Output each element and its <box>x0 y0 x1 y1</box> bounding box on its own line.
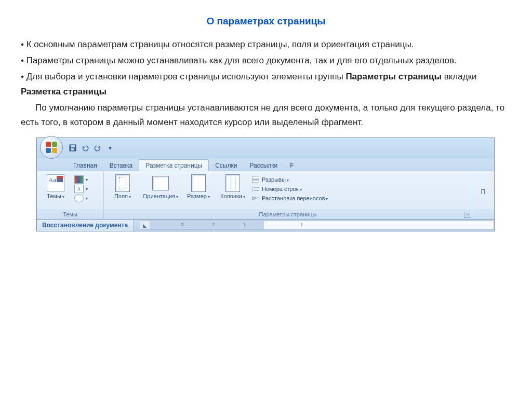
theme-fonts-button[interactable]: A▾ <box>74 185 88 193</box>
margins-button[interactable]: Поля <box>107 174 138 199</box>
theme-colors-button[interactable]: ▾ <box>74 175 88 184</box>
body-text: • К основным параметрам страницы относят… <box>21 37 511 130</box>
group-themes: Aa Темы ▾ A▾ ▾ Темы <box>37 171 104 219</box>
svg-rect-1 <box>71 145 75 147</box>
bullet-1: • К основным параметрам страницы относят… <box>21 37 511 52</box>
group-label-page-setup: Параметры страницы ↘ <box>104 210 472 219</box>
tab-references[interactable]: Ссылки <box>209 160 243 171</box>
page-title: О параметрах страницы <box>21 16 511 27</box>
chevron-down-icon: ▾ <box>86 196 88 201</box>
chevron-down-icon: ▾ <box>86 187 88 191</box>
hyphenation-button[interactable]: bª⁻ Расстановка переносов <box>251 194 328 202</box>
line-numbers-icon: 12 <box>251 185 260 193</box>
breaks-icon <box>251 175 260 184</box>
tab-insert[interactable]: Вставка <box>103 160 139 171</box>
orientation-button[interactable]: Ориентация <box>141 174 180 199</box>
horizontal-ruler[interactable]: ◣ 3 2 1 1 <box>140 221 494 230</box>
ruler-corner-icon[interactable]: ◣ <box>140 221 150 229</box>
group-cut-right: П <box>472 171 494 219</box>
bullet-2: • Параметры страницы можно устанавливать… <box>21 53 511 68</box>
svg-rect-2 <box>71 148 74 150</box>
qat-dropdown-icon[interactable]: ▾ <box>105 143 115 153</box>
svg-text:2: 2 <box>252 189 254 192</box>
save-icon[interactable] <box>68 143 77 153</box>
size-button[interactable]: Размер <box>183 174 214 199</box>
chevron-down-icon: ▾ <box>86 177 88 182</box>
undo-icon[interactable] <box>81 143 90 153</box>
ribbon-tabs: Главная Вставка Разметка страницы Ссылки… <box>37 158 494 171</box>
status-bar: Восстановление документа ◣ 3 2 1 1 <box>37 219 494 231</box>
svg-rect-4 <box>252 180 259 183</box>
paragraph-default: По умолчанию параметры страницы устанавл… <box>21 101 511 131</box>
theme-effects-button[interactable]: ▾ <box>74 194 88 202</box>
group-label-themes: Темы <box>37 210 103 219</box>
dialog-launcher-icon[interactable]: ↘ <box>464 212 470 218</box>
breaks-button[interactable]: Разрывы <box>251 175 328 184</box>
hyphenation-icon: bª⁻ <box>251 194 260 202</box>
quick-access-toolbar: ▾ <box>68 143 115 153</box>
bullet-3: • Для выбора и установки параметров стра… <box>21 70 511 100</box>
word-ribbon-screenshot: ▾ Главная Вставка Разметка страницы Ссыл… <box>36 138 495 231</box>
tab-page-layout[interactable]: Разметка страницы <box>139 159 209 171</box>
ribbon-body: Aa Темы ▾ A▾ ▾ Темы Поля Ориентац <box>37 171 494 219</box>
document-recovery-pane[interactable]: Восстановление документа <box>37 219 134 231</box>
truncated-label: П <box>481 188 486 196</box>
title-bar: ▾ <box>37 138 494 158</box>
columns-button[interactable]: Колонки <box>217 174 248 199</box>
themes-button[interactable]: Aa Темы <box>40 174 71 199</box>
tab-mailings[interactable]: Рассылки <box>243 160 284 171</box>
group-page-setup: Поля Ориентация Размер Колонки <box>104 171 472 219</box>
tab-home[interactable]: Главная <box>67 160 103 171</box>
svg-rect-3 <box>252 176 259 179</box>
line-numbers-button[interactable]: 12 Номера строк <box>251 185 328 193</box>
office-button[interactable] <box>40 136 63 159</box>
tab-more[interactable]: F <box>284 160 300 171</box>
redo-icon[interactable] <box>93 143 102 153</box>
